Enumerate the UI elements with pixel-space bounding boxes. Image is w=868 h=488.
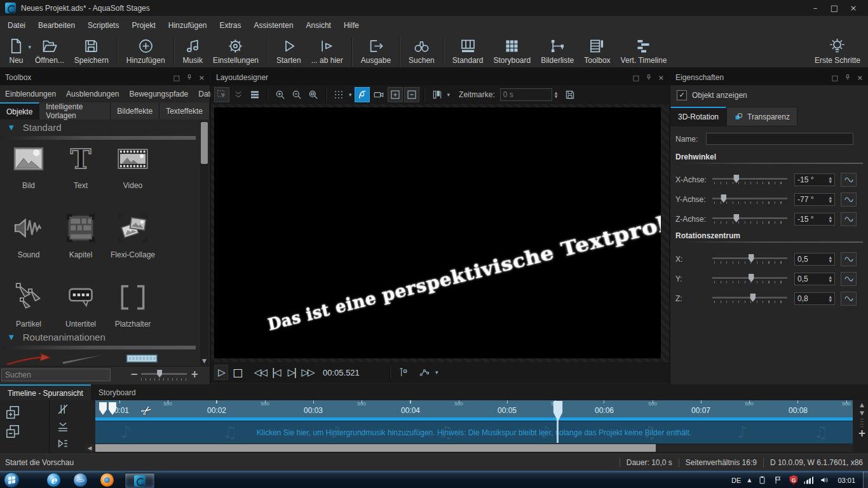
select-tool-button[interactable] bbox=[214, 87, 229, 102]
menu-assistenten[interactable]: Assistenten bbox=[248, 16, 300, 34]
order-dropdown-icon[interactable]: ▾ bbox=[447, 92, 451, 98]
erste-schritte-button[interactable]: Erste Schritte bbox=[810, 36, 865, 66]
preview-canvas[interactable]: Das ist eine perspektivische Textprobe. bbox=[214, 107, 661, 358]
spin-down-icon[interactable]: ▼ bbox=[829, 279, 832, 283]
output-button[interactable]: Ausgabe bbox=[356, 36, 396, 66]
spin-down-icon[interactable]: ▼ bbox=[829, 259, 832, 263]
properties-pin-icon[interactable] bbox=[844, 74, 851, 81]
spin-down-icon[interactable]: ▼ bbox=[829, 180, 832, 184]
x-achse-animation-button[interactable] bbox=[841, 173, 857, 187]
name-input[interactable] bbox=[706, 133, 853, 145]
route-bar-icon[interactable] bbox=[112, 352, 164, 366]
toolbox-close-button[interactable]: × bbox=[199, 74, 205, 81]
tab-ausblendungen[interactable]: Ausblendungen bbox=[61, 90, 124, 98]
z-achse-slider[interactable] bbox=[712, 213, 787, 226]
section-routenanimationen[interactable]: ▼ Routenanimationen bbox=[9, 332, 105, 342]
stop-button[interactable]: □ bbox=[230, 365, 244, 380]
firefox-icon[interactable] bbox=[100, 473, 114, 487]
h-scrollbar-thumb[interactable] bbox=[95, 444, 656, 452]
collapse-all-button[interactable] bbox=[231, 87, 246, 102]
tab-storyboard[interactable]: Storyboard bbox=[91, 384, 144, 400]
object-sound[interactable]: Sound bbox=[3, 210, 55, 259]
y-achse-value-input[interactable]: -77 °▲▼ bbox=[794, 193, 835, 206]
scroll-down-icon[interactable]: ▼ bbox=[857, 409, 867, 417]
remove-object-button[interactable] bbox=[4, 423, 21, 440]
start-from-here-button[interactable]: ... ab hier bbox=[306, 36, 348, 66]
play-from-track-button[interactable] bbox=[56, 437, 70, 451]
object-flexi-collage[interactable]: Flexi-Collage bbox=[107, 210, 159, 259]
aquasoft-taskbar-button[interactable] bbox=[125, 473, 155, 488]
toolbox-zoom-slider[interactable] bbox=[141, 373, 187, 375]
zoom-out-button[interactable]: − bbox=[130, 369, 139, 380]
x-achse-value-input[interactable]: -15 °▲▼ bbox=[794, 173, 835, 186]
tab-objekte[interactable]: Objekte bbox=[0, 102, 39, 119]
layout-standard-button[interactable]: Standard bbox=[447, 36, 489, 66]
menu-hinzufuegen[interactable]: Hinzufügen bbox=[162, 16, 214, 34]
new-button[interactable]: ▾Neu bbox=[3, 36, 30, 66]
open-button[interactable]: Öffnen... bbox=[30, 36, 69, 66]
insert-marker-button[interactable] bbox=[56, 420, 70, 434]
add-keypoint-button[interactable] bbox=[388, 87, 403, 102]
toolbox-search-input[interactable] bbox=[1, 369, 111, 381]
music-track[interactable]: ♪ ♫ ♪ ♫ ♪ ♫ ♪ ♫ Klicken Sie hier, um Hin… bbox=[95, 421, 853, 444]
zoom-out-button[interactable] bbox=[289, 87, 304, 102]
y-achse-slider[interactable] bbox=[712, 193, 787, 206]
motion-path-tool-button[interactable] bbox=[355, 87, 370, 102]
maximize-button[interactable]: □ bbox=[825, 3, 844, 13]
toolbox-scrollbar[interactable]: ▼ bbox=[200, 121, 208, 365]
keyframes-dropdown-icon[interactable]: ▾ bbox=[435, 369, 438, 376]
designer-pin-icon[interactable] bbox=[645, 74, 653, 81]
scroll-left-icon[interactable]: ◀ bbox=[85, 444, 94, 452]
minimize-button[interactable]: – bbox=[806, 3, 825, 13]
zentrum-z-animation-button[interactable] bbox=[841, 292, 857, 306]
camera-pan-button[interactable] bbox=[371, 87, 386, 102]
spin-down-icon[interactable]: ▼ bbox=[829, 200, 832, 203]
show-playhead-button[interactable] bbox=[396, 365, 411, 380]
zentrum-y-slider[interactable] bbox=[712, 273, 787, 285]
grid-dropdown-icon[interactable]: ▾ bbox=[349, 92, 352, 98]
layers-button[interactable] bbox=[247, 87, 262, 102]
menu-ansicht[interactable]: Ansicht bbox=[300, 16, 337, 34]
properties-float-button[interactable]: □ bbox=[831, 74, 837, 81]
start-button[interactable] bbox=[4, 472, 20, 488]
zentrum-z-value-input[interactable]: 0,8▲▼ bbox=[794, 292, 835, 305]
spin-down-icon[interactable]: ▼ bbox=[829, 299, 832, 302]
object-untertitel[interactable]: Untertitel bbox=[55, 280, 107, 329]
grid-button[interactable] bbox=[331, 87, 346, 102]
network-signal-icon[interactable] bbox=[804, 477, 813, 484]
section-standard[interactable]: ▼ Standard bbox=[9, 122, 62, 133]
tab-intelligente-vorlagen[interactable]: Intelligente Vorlagen bbox=[39, 102, 111, 119]
action-center-icon[interactable] bbox=[757, 475, 767, 485]
toolbox-float-button[interactable]: □ bbox=[173, 74, 179, 81]
zeitmarke-input[interactable] bbox=[500, 88, 552, 101]
zoom-fit-button[interactable] bbox=[306, 87, 321, 102]
menu-projekt[interactable]: Projekt bbox=[125, 16, 161, 34]
layout-toolbox-button[interactable]: Toolbox bbox=[579, 36, 615, 66]
red-route-arrow-icon[interactable] bbox=[3, 352, 55, 366]
fast-forward-button[interactable]: ▷▷ bbox=[301, 365, 315, 380]
designer-float-button[interactable]: □ bbox=[632, 74, 639, 81]
x-achse-slider[interactable] bbox=[712, 173, 787, 186]
menu-hilfe[interactable]: Hilfe bbox=[337, 16, 365, 34]
add-track-button[interactable]: + bbox=[857, 429, 867, 438]
layout-storyboard-button[interactable]: Storyboard bbox=[489, 36, 536, 66]
layout-bilderliste-button[interactable]: Bilderliste bbox=[536, 36, 579, 66]
timeline-ruler[interactable]: 00:01 00:02 00:03 00:04 00:05 00:06 00:0… bbox=[95, 400, 853, 417]
z-achse-animation-button[interactable] bbox=[841, 212, 857, 226]
internet-explorer-icon[interactable]: e bbox=[47, 473, 60, 487]
spin-down-icon[interactable]: ▼ bbox=[829, 219, 832, 223]
tray-expand-icon[interactable]: ▲ bbox=[747, 477, 751, 483]
zoom-in-button[interactable]: + bbox=[191, 369, 199, 380]
save-button[interactable]: Speichern bbox=[69, 36, 114, 66]
timeline-horizontal-scrollbar[interactable]: ◀ bbox=[85, 444, 854, 452]
save-timemark-button[interactable] bbox=[562, 87, 578, 102]
toolbox-pin-icon[interactable] bbox=[186, 74, 193, 81]
remove-keypoint-button[interactable] bbox=[404, 87, 419, 102]
objekt-anzeigen-checkbox[interactable]: ✓ bbox=[677, 90, 687, 100]
scroll-up-icon[interactable]: ▲ bbox=[857, 401, 867, 409]
object-bild[interactable]: Bild bbox=[3, 141, 55, 190]
z-achse-value-input[interactable]: -15 °▲▼ bbox=[794, 213, 835, 226]
zentrum-y-value-input[interactable]: 0,5▲▼ bbox=[794, 273, 835, 285]
zentrum-y-animation-button[interactable] bbox=[841, 272, 857, 286]
properties-close-button[interactable]: × bbox=[857, 74, 863, 81]
